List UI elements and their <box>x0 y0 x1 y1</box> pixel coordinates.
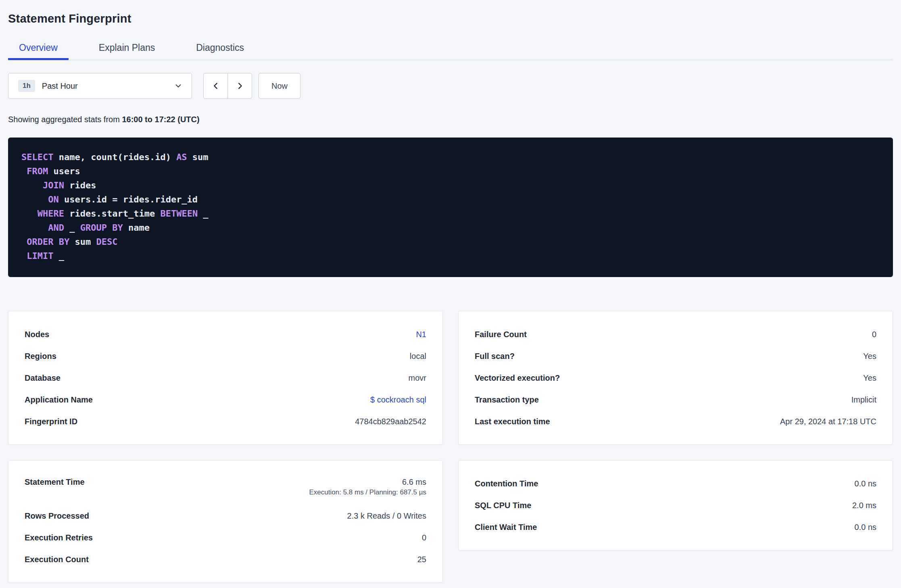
sql-keyword: AND <box>48 223 64 233</box>
stat-value: Yes <box>863 373 876 383</box>
stat-row: Client Wait Time0.0 ns <box>475 516 876 538</box>
stat-value-wrap: $ cockroach sql <box>370 395 426 405</box>
chevron-right-icon <box>236 81 244 90</box>
tab-explain-plans[interactable]: Explain Plans <box>88 35 166 60</box>
chevron-left-icon <box>211 81 220 90</box>
stat-value-wrap: 25 <box>417 555 426 564</box>
stat-value-wrap: 0 <box>872 330 876 339</box>
stat-value: 0.0 ns <box>855 523 876 532</box>
stat-row: Full scan?Yes <box>475 345 876 367</box>
stat-value-wrap: 2.3 k Reads / 0 Writes <box>347 511 426 521</box>
stat-label: Client Wait Time <box>475 523 537 532</box>
sql-code: SELECT name, count(rides.id) AS sum FROM… <box>21 150 880 263</box>
sql-statement-box: SELECT name, count(rides.id) AS sum FROM… <box>8 138 893 277</box>
stat-row: Vectorized execution?Yes <box>475 367 876 389</box>
stat-row: NodesN1 <box>25 323 426 345</box>
stat-row: Transaction typeImplicit <box>475 389 876 411</box>
stat-label: Last execution time <box>475 417 550 426</box>
stat-label: Database <box>25 373 60 383</box>
sql-keyword: ON <box>48 194 59 204</box>
stat-value: 2.0 ms <box>852 501 876 510</box>
stat-label: Application Name <box>25 395 93 405</box>
stat-value-wrap: 2.0 ms <box>852 501 876 510</box>
tab-explain-plans-label: Explain Plans <box>99 42 155 53</box>
stat-row: Rows Processed2.3 k Reads / 0 Writes <box>25 505 426 527</box>
stat-value: Yes <box>863 352 876 361</box>
stat-label: Full scan? <box>475 352 515 361</box>
page-title: Statement Fingerprint <box>8 10 893 27</box>
stat-label: SQL CPU Time <box>475 501 531 510</box>
stat-row: Failure Count0 <box>475 323 876 345</box>
stat-value-wrap: 6.6 msExecution: 5.8 ms / Planning: 687.… <box>309 477 426 496</box>
stat-row: Statement Time6.6 msExecution: 5.8 ms / … <box>25 473 426 505</box>
statement-overview-card: NodesN1RegionslocalDatabasemovrApplicati… <box>8 311 443 445</box>
sql-line: ON users.id = rides.rider_id <box>21 192 880 206</box>
sql-keyword: JOIN <box>43 180 64 190</box>
interval-label: Past Hour <box>42 81 174 91</box>
tab-diagnostics-label: Diagnostics <box>196 42 244 53</box>
wait-time-card: Contention Time0.0 nsSQL CPU Time2.0 msC… <box>458 460 893 550</box>
stat-label: Rows Processed <box>25 511 89 521</box>
sql-keyword: FROM <box>27 166 48 176</box>
stat-value: 6.6 ms <box>402 477 426 487</box>
stat-value: local <box>410 352 426 361</box>
stat-value-wrap: Yes <box>863 373 876 383</box>
stat-label: Regions <box>25 352 56 361</box>
interval-arrows <box>203 73 252 99</box>
sql-keyword: BETWEEN <box>160 209 198 219</box>
stats-cards-grid: NodesN1RegionslocalDatabasemovrApplicati… <box>8 311 893 583</box>
sql-keyword: AS <box>176 152 187 162</box>
stat-row: Fingerprint ID4784cb829aab2542 <box>25 411 426 432</box>
stat-row: Application Name$ cockroach sql <box>25 389 426 411</box>
previous-interval-button[interactable] <box>203 73 228 99</box>
now-button[interactable]: Now <box>259 73 300 99</box>
stat-row: Regionslocal <box>25 345 426 367</box>
sql-keyword: SELECT <box>21 152 53 162</box>
stat-value-link[interactable]: N1 <box>416 330 426 339</box>
caption-range: 16:00 to 17:22 (UTC) <box>122 115 199 124</box>
stat-label: Contention Time <box>475 479 538 488</box>
stat-value: 25 <box>417 555 426 564</box>
stat-value-wrap: 0 <box>422 533 426 542</box>
stat-label: Statement Time <box>25 477 85 487</box>
stat-value-wrap: movr <box>409 373 426 383</box>
time-interval-dropdown[interactable]: 1h Past Hour <box>8 73 192 99</box>
stat-value: 0 <box>422 533 426 542</box>
sql-keyword: WHERE <box>38 209 64 219</box>
sql-line: FROM users <box>21 164 880 178</box>
sql-line: AND _ GROUP BY name <box>21 221 880 235</box>
next-interval-button[interactable] <box>227 73 252 99</box>
interval-badge: 1h <box>18 80 35 92</box>
chevron-down-icon <box>174 81 183 90</box>
sql-line: ORDER BY sum DESC <box>21 235 880 249</box>
time-controls: 1h Past Hour Now <box>8 73 893 99</box>
tab-bar: Overview Explain Plans Diagnostics <box>8 35 893 60</box>
stat-value: 0.0 ns <box>855 479 876 488</box>
statement-fingerprint-page: Statement Fingerprint Overview Explain P… <box>8 10 893 583</box>
sql-keyword: DESC <box>96 237 117 247</box>
execution-attributes-card: Failure Count0Full scan?YesVectorized ex… <box>458 311 893 445</box>
stat-label: Vectorized execution? <box>475 373 560 383</box>
stat-value: 0 <box>872 330 876 339</box>
sql-keyword: LIMIT <box>27 251 53 261</box>
stat-value-wrap: 4784cb829aab2542 <box>355 417 426 426</box>
stat-label: Transaction type <box>475 395 539 405</box>
stat-value: 2.3 k Reads / 0 Writes <box>347 511 426 521</box>
sql-line: WHERE rides.start_time BETWEEN _ <box>21 206 880 221</box>
sql-keyword: GROUP BY <box>80 223 123 233</box>
stat-value-link[interactable]: $ cockroach sql <box>370 395 426 405</box>
sql-line: SELECT name, count(rides.id) AS sum <box>21 150 880 164</box>
sql-line: LIMIT _ <box>21 249 880 263</box>
stat-label: Execution Count <box>25 555 89 564</box>
stat-value-wrap: Implicit <box>851 395 876 405</box>
stat-row: Execution Count25 <box>25 548 426 570</box>
sql-line: JOIN rides <box>21 178 880 192</box>
stat-label: Failure Count <box>475 330 527 339</box>
stat-value-wrap: Yes <box>863 352 876 361</box>
stat-value-wrap: N1 <box>416 330 426 339</box>
tab-diagnostics[interactable]: Diagnostics <box>185 35 255 60</box>
stat-label: Fingerprint ID <box>25 417 77 426</box>
tab-overview[interactable]: Overview <box>8 35 69 60</box>
stat-label: Nodes <box>25 330 49 339</box>
stat-value: movr <box>409 373 426 383</box>
